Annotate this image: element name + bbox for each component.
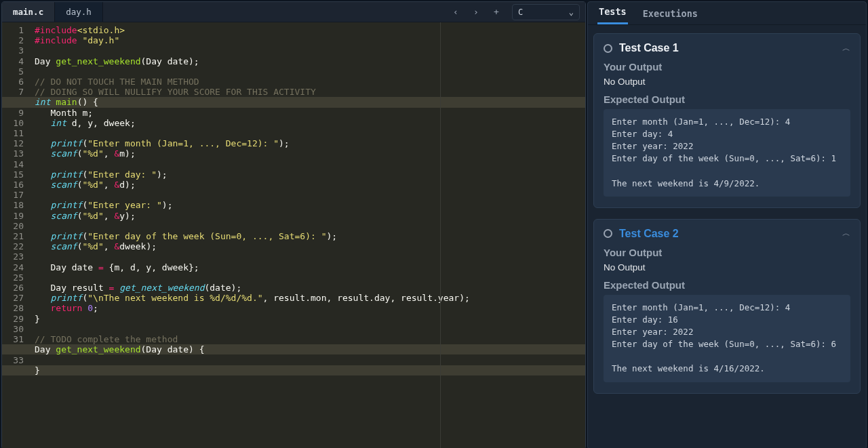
side-tab-tests[interactable]: Tests (597, 1, 628, 24)
tests-body[interactable]: Test Case 1︿Your OutputNo OutputExpected… (588, 25, 866, 448)
tab-actions: ‹ › + C ⌄ (447, 2, 585, 22)
line-number: 19 (2, 211, 31, 221)
side-tabs: TestsExecutions (588, 2, 866, 25)
code-line[interactable]: scanf("%d", &d); (35, 180, 583, 190)
line-number: 20 (2, 221, 31, 231)
your-output-label: Your Output (604, 61, 850, 73)
code-line[interactable]: printf("Enter year: "); (35, 200, 583, 210)
code-line[interactable]: printf("\nThe next weekend is %d/%d/%d."… (35, 293, 583, 303)
line-number: 24 (2, 262, 31, 272)
line-number: 6 (2, 77, 31, 87)
code-line[interactable]: Day get_next_weekend(Day date); (35, 56, 583, 66)
code-line[interactable]: } (35, 314, 583, 324)
code-line[interactable]: #include "day.h" (35, 35, 583, 45)
test-case-header[interactable]: Test Case 1︿ (604, 42, 850, 54)
line-number: 21 (2, 231, 31, 241)
test-case-card: Test Case 2︿Your OutputNo OutputExpected… (593, 219, 861, 394)
chevron-down-icon: ⌄ (569, 7, 574, 17)
code-line[interactable]: // TODO complete the method (35, 334, 583, 344)
line-number: 1 (2, 25, 31, 35)
editor-tabbar: main.cday.h ‹ › + C ⌄ (2, 2, 585, 22)
test-case-title: Test Case 2 (604, 228, 679, 240)
line-number: 5 (2, 66, 31, 77)
line-number: 26 (2, 283, 31, 293)
code-line[interactable]: Day result = get_next_weekend(date); (35, 283, 583, 293)
expected-output-label: Expected Output (604, 94, 850, 105)
code-line[interactable]: scanf("%d", &dweek); (35, 241, 583, 251)
code-line[interactable] (35, 45, 583, 56)
test-case-header[interactable]: Test Case 2︿ (604, 228, 850, 240)
status-circle-icon (604, 44, 612, 53)
prev-tab-button[interactable]: ‹ (447, 4, 465, 20)
file-tab-main-c[interactable]: main.c (2, 2, 55, 22)
line-number: 17 (2, 190, 31, 200)
code-line[interactable] (35, 272, 583, 283)
status-circle-icon (604, 229, 612, 238)
line-number: 23 (2, 251, 31, 262)
code-line[interactable]: int d, y, dweek; (35, 118, 583, 128)
expected-output-value: Enter month (Jan=1, ..., Dec=12): 4 Ente… (604, 295, 850, 382)
language-label: C (518, 7, 523, 17)
line-number: 3 (2, 45, 31, 56)
your-output-value: No Output (604, 77, 850, 87)
line-number: 25 (2, 272, 31, 283)
chevron-up-icon[interactable]: ︿ (842, 43, 850, 54)
line-number: 33 (2, 355, 31, 365)
code-content[interactable]: #include<stdio.h>#include "day.h" Day ge… (31, 22, 585, 448)
expected-output-label: Expected Output (604, 279, 850, 291)
side-panel: TestsExecutions Test Case 1︿Your OutputN… (587, 1, 867, 448)
code-line[interactable]: // DOING SO WILL NULLIFY YOUR SCORE FOR … (35, 87, 583, 97)
code-line[interactable]: #include<stdio.h> (35, 25, 583, 35)
line-number: 9 (2, 108, 31, 118)
code-line[interactable]: Day date = {m, d, y, dweek}; (35, 262, 583, 272)
code-line[interactable] (35, 324, 583, 334)
line-number: 16 (2, 180, 31, 190)
code-line[interactable]: Day get_next_weekend(Day date) { (35, 344, 583, 354)
code-line[interactable]: // DO NOT TOUCH THE MAIN METHOD (35, 77, 583, 87)
code-line[interactable]: } (35, 365, 583, 375)
expected-output-value: Enter month (Jan=1, ..., Dec=12): 4 Ente… (604, 109, 850, 197)
code-line[interactable]: return 0; (35, 303, 583, 313)
test-case-card: Test Case 1︿Your OutputNo OutputExpected… (593, 33, 861, 208)
line-number: 28 (2, 303, 31, 313)
line-number: 14 (2, 159, 31, 169)
code-area[interactable]: 1234567891011121314151617181920212223242… (2, 22, 585, 448)
code-line[interactable] (35, 190, 583, 200)
line-number: 13 (2, 148, 31, 159)
your-output-value: No Output (604, 262, 850, 272)
line-number: 12 (2, 138, 31, 148)
add-tab-button[interactable]: + (488, 4, 505, 20)
line-number: 2 (2, 35, 31, 45)
line-number: 30 (2, 324, 31, 334)
line-number: 7 (2, 87, 31, 97)
code-line[interactable]: scanf("%d", &y); (35, 211, 583, 221)
your-output-label: Your Output (604, 247, 850, 258)
line-number: 11 (2, 128, 31, 138)
line-number: 22 (2, 241, 31, 251)
next-tab-button[interactable]: › (467, 4, 485, 20)
file-tabs: main.cday.h (2, 2, 447, 22)
code-line[interactable]: printf("Enter month (Jan=1, ..., Dec=12)… (35, 138, 583, 148)
code-line[interactable]: scanf("%d", &m); (35, 148, 583, 159)
code-line[interactable]: printf("Enter day of the week (Sun=0, ..… (35, 231, 583, 241)
line-number: 27 (2, 293, 31, 303)
line-number: 29 (2, 314, 31, 324)
code-line[interactable] (35, 66, 583, 77)
code-line[interactable]: printf("Enter day: "); (35, 169, 583, 180)
line-number: 10 (2, 118, 31, 128)
code-line[interactable] (35, 355, 583, 365)
line-number: 18 (2, 200, 31, 210)
file-tab-day-h[interactable]: day.h (55, 2, 103, 22)
chevron-up-icon[interactable]: ︿ (842, 228, 850, 239)
code-line[interactable] (35, 221, 583, 231)
code-line[interactable]: Month m; (35, 108, 583, 118)
code-line[interactable] (35, 159, 583, 169)
language-select[interactable]: C ⌄ (512, 4, 580, 20)
editor-pane: main.cday.h ‹ › + C ⌄ 123456789101112131… (1, 1, 586, 448)
code-line[interactable]: int main() { (35, 97, 583, 107)
line-number: 15 (2, 169, 31, 180)
line-number: 4 (2, 56, 31, 66)
code-line[interactable] (35, 128, 583, 138)
code-line[interactable] (35, 251, 583, 262)
side-tab-executions[interactable]: Executions (642, 3, 699, 24)
